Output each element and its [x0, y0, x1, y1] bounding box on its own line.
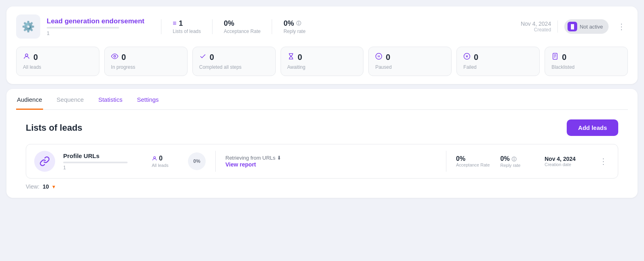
stat-in-progress-label: In progress — [111, 64, 181, 70]
divider-2 — [446, 151, 446, 172]
retrieving-info: Retrieving from URLs ⬇ View report — [225, 155, 436, 168]
retrieving-label: Retrieving from URLs ⬇ — [225, 155, 436, 161]
all-leads-icon — [23, 53, 30, 62]
stat-awaiting-header: 0 — [287, 53, 357, 62]
campaign-details: Lead generation endorsement 1 — [47, 17, 144, 36]
stat-failed-header: 0 — [463, 53, 533, 62]
created-date: Nov 4, 2024 — [521, 21, 551, 27]
completed-icon — [199, 53, 206, 62]
svg-point-12 — [154, 156, 156, 158]
lead-all-leads-val: 0 — [152, 155, 180, 162]
stat-all-leads-header: 0 — [23, 53, 93, 62]
view-row: View: 10 ▾ — [26, 183, 618, 190]
stat-completed-value: 0 — [210, 53, 214, 62]
blacklisted-icon — [551, 53, 559, 62]
list-icon: ≡ — [173, 20, 176, 27]
stat-in-progress-header: 0 — [111, 53, 181, 62]
section-header: Lists of leads Add leads — [26, 119, 618, 136]
lead-acceptance-lbl: Acceptance Rate — [456, 162, 492, 167]
reply-info-icon[interactable]: ⓘ — [296, 20, 301, 27]
stat-awaiting-value: 0 — [298, 53, 302, 62]
paused-icon — [375, 53, 382, 62]
stat-paused-header: 0 — [375, 53, 445, 62]
stat-failed-value: 0 — [474, 53, 478, 62]
tab-sequence[interactable]: Sequence — [56, 90, 85, 110]
lead-acceptance-block: 0% Acceptance Rate — [456, 155, 492, 167]
lead-acceptance-val: 0% — [456, 155, 492, 162]
stat-completed-header: 0 — [199, 53, 269, 62]
created-info: Nov 4, 2024 Created — [521, 21, 558, 33]
stats-row: 0 All leads 0 In progress 0 Completed al… — [16, 47, 628, 76]
view-value: 10 — [43, 183, 49, 190]
stat-box-paused[interactable]: 0 Paused — [368, 47, 452, 76]
reply-value: 0% ⓘ — [283, 19, 301, 28]
awaiting-icon — [287, 53, 295, 62]
tab-statistics[interactable]: Statistics — [97, 90, 123, 110]
stat-paused-value: 0 — [386, 53, 390, 62]
campaign-card: ⚙️ Lead generation endorsement 1 ≡ 1 Lis… — [6, 6, 638, 84]
view-label: View: — [26, 183, 39, 190]
lead-progress-bar — [63, 162, 128, 163]
view-report-link[interactable]: View report — [225, 161, 256, 168]
header-stat-lists: ≡ 1 Lists of leads — [161, 19, 212, 34]
download-icon: ⬇ — [277, 155, 281, 161]
stat-all-leads-value: 0 — [33, 53, 38, 62]
stat-box-blacklisted[interactable]: 0 Blacklisted — [545, 47, 628, 76]
tab-audience[interactable]: Audience — [16, 90, 43, 110]
lead-reply-lbl: Reply rate — [500, 163, 537, 168]
svg-point-0 — [25, 54, 28, 56]
status-badge: ▐▌ Not active — [564, 19, 609, 34]
header-stat-reply: 0% ⓘ Reply rate — [272, 19, 317, 34]
in-progress-icon — [111, 53, 118, 62]
stat-box-in-progress[interactable]: 0 In progress — [104, 47, 188, 76]
lead-date-block: Nov 4, 2024 Creation date — [545, 156, 589, 167]
add-leads-button[interactable]: Add leads — [567, 119, 618, 136]
lead-name: Profile URLs — [63, 152, 144, 159]
stat-blacklisted-label: Blacklisted — [551, 64, 621, 70]
lead-all-leads-stat: 0 All leads — [152, 155, 180, 168]
campaign-number: 1 — [47, 30, 144, 36]
section-title: Lists of leads — [26, 123, 83, 133]
campaign-info: ⚙️ Lead generation endorsement 1 — [16, 14, 161, 39]
failed-icon — [463, 53, 471, 62]
lead-reply-val: 0% ⓘ — [500, 155, 537, 163]
stat-all-leads-label: All leads — [23, 64, 93, 70]
stat-in-progress-value: 0 — [122, 53, 126, 62]
stat-box-awaiting[interactable]: 0 Awaiting — [281, 47, 364, 76]
lead-reply-block: 0% ⓘ Reply rate — [500, 155, 537, 168]
lead-percent-circle: 0% — [188, 152, 206, 170]
view-dropdown-arrow[interactable]: ▾ — [52, 183, 55, 190]
acceptance-value: 0% — [224, 19, 234, 28]
tabs-card: Audience Sequence Statistics Settings Li… — [6, 89, 638, 198]
lead-more-button[interactable]: ⋮ — [597, 155, 610, 168]
lead-date-lbl: Creation date — [545, 162, 589, 167]
acceptance-label: Acceptance Rate — [224, 29, 260, 34]
more-button[interactable]: ⋮ — [615, 20, 628, 33]
tab-settings[interactable]: Settings — [136, 90, 159, 110]
campaign-icon: ⚙️ — [16, 14, 40, 39]
campaign-header: ⚙️ Lead generation endorsement 1 ≡ 1 Lis… — [16, 14, 628, 39]
stat-blacklisted-value: 0 — [562, 53, 566, 62]
stat-blacklisted-header: 0 — [551, 53, 621, 62]
divider-1 — [215, 151, 216, 172]
lead-info: Profile URLs 1 — [63, 152, 144, 171]
stat-failed-label: Failed — [463, 64, 533, 70]
created-label: Created — [521, 27, 551, 33]
lead-id: 1 — [63, 165, 144, 171]
stat-box-all-leads[interactable]: 0 All leads — [16, 47, 99, 76]
reply-rate-info-icon[interactable]: ⓘ — [512, 156, 516, 162]
lead-list-item: Profile URLs 1 0 All leads 0% Retrieving… — [26, 144, 618, 179]
lead-date-val: Nov 4, 2024 — [545, 156, 589, 162]
campaign-progress-bar — [47, 27, 119, 29]
campaign-title: Lead generation endorsement — [47, 17, 144, 25]
lists-label: Lists of leads — [173, 29, 201, 34]
stat-box-completed[interactable]: 0 Completed all steps — [192, 47, 276, 76]
status-text: Not active — [580, 24, 603, 30]
reply-label: Reply rate — [283, 29, 305, 34]
header-stat-acceptance: 0% Acceptance Rate — [212, 19, 272, 34]
stat-box-failed[interactable]: 0 Failed — [456, 47, 540, 76]
lead-all-leads-label: All leads — [152, 163, 180, 168]
content-area: Lists of leads Add leads Profile URLs 1 … — [16, 110, 628, 198]
svg-point-2 — [376, 53, 382, 60]
svg-point-1 — [114, 55, 116, 58]
